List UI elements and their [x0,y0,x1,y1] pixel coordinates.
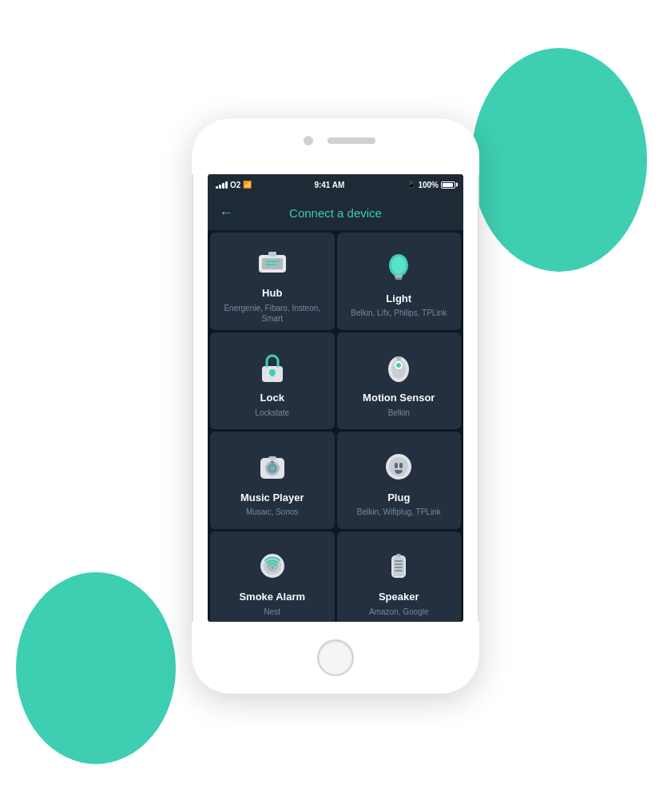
device-card-music-player[interactable]: Music Player Musaic, Sonos [210,432,335,529]
battery-icon [441,181,455,189]
device-card-hub[interactable]: Hub Energenie, Fibaro, Insteon, Smart [210,233,335,330]
svg-rect-16 [396,356,401,360]
wifi-icon: 📶 [243,181,252,189]
decorative-circle-top-right [471,48,647,272]
svg-rect-11 [271,372,274,376]
carrier-label: O2 [230,181,240,189]
status-right: 📱 100% [407,181,455,189]
motion-sensor-icon [377,345,420,388]
svg-rect-34 [395,563,403,565]
svg-point-21 [271,460,274,464]
svg-point-20 [270,466,275,471]
decorative-circle-bottom-left [16,572,176,764]
home-button[interactable] [317,639,354,676]
phone-mockup: O2 📶 9:41 AM 📱 100% ← Connect a device [192,118,479,694]
speaker-subtitle: Amazon, Google [369,607,429,617]
device-card-motion-sensor[interactable]: Motion Sensor Belkin [337,332,462,430]
music-player-name: Music Player [240,492,304,504]
smoke-alarm-icon [251,544,294,587]
lock-subtitle: Lockstate [255,408,289,418]
status-left: O2 📶 [216,181,252,189]
speaker-name: Speaker [379,591,419,603]
light-subtitle: Belkin, Lifx, Philips, TPLink [351,308,447,318]
earpiece-speaker [328,137,375,144]
svg-rect-36 [395,570,403,571]
battery-percent: 100% [418,181,439,189]
lock-icon [251,345,294,388]
svg-rect-2 [265,261,280,262]
svg-rect-26 [399,463,403,468]
device-card-lock[interactable]: Lock Lockstate [210,332,335,430]
svg-rect-37 [396,554,401,557]
phone-screen: O2 📶 9:41 AM 📱 100% ← Connect a device [208,174,463,622]
device-card-plug[interactable]: Plug Belkin, Wifiplug, TPLink [337,432,462,529]
svg-rect-22 [268,456,276,460]
plug-subtitle: Belkin, Wifiplug, TPLink [357,507,441,517]
signal-strength [216,181,228,189]
page-title: Connect a device [289,206,382,220]
lock-name: Lock [260,392,284,404]
phone-top-bezel [192,118,479,174]
front-camera [304,136,313,145]
svg-rect-4 [268,252,276,257]
bluetooth-icon: 📱 [407,181,415,189]
device-card-speaker[interactable]: Speaker Amazon, Google [337,531,462,622]
light-icon [377,246,420,289]
smoke-alarm-name: Smoke Alarm [239,591,305,603]
music-player-subtitle: Musaic, Sonos [246,507,299,517]
status-bar: O2 📶 9:41 AM 📱 100% [208,174,463,195]
app-header: ← Connect a device [208,195,463,230]
svg-point-15 [396,363,401,368]
device-card-smoke-alarm[interactable]: Smoke Alarm Nest [210,531,335,622]
status-time: 9:41 AM [314,181,344,189]
plug-icon [377,445,420,488]
phone-body: O2 📶 9:41 AM 📱 100% ← Connect a device [192,118,479,694]
music-player-icon [251,445,294,488]
light-name: Light [386,293,411,305]
speaker-icon [377,544,420,587]
svg-rect-8 [395,277,402,280]
device-grid: Hub Energenie, Fibaro, Insteon, Smart Li… [208,230,463,622]
device-card-light[interactable]: Light Belkin, Lifx, Philips, TPLink [337,233,462,330]
motion-sensor-name: Motion Sensor [363,392,435,404]
phone-bottom-bezel [192,622,479,694]
svg-rect-25 [395,463,398,468]
svg-point-6 [391,257,406,274]
svg-rect-3 [265,264,276,265]
plug-name: Plug [387,492,410,504]
back-button[interactable]: ← [219,205,233,221]
hub-subtitle: Energenie, Fibaro, Insteon, Smart [216,303,328,324]
hub-name: Hub [262,287,282,300]
motion-sensor-subtitle: Belkin [388,408,410,418]
smoke-alarm-subtitle: Nest [264,607,280,617]
hub-icon [251,241,294,284]
svg-point-30 [271,566,274,569]
svg-rect-33 [395,560,403,562]
svg-rect-35 [395,567,403,568]
